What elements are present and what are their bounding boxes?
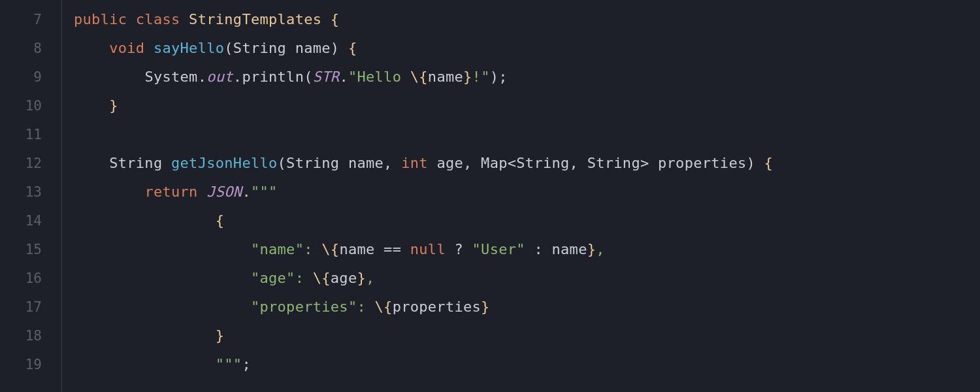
- line-number: 10: [0, 91, 61, 120]
- code-token: .println(: [233, 69, 313, 85]
- code-line[interactable]: String getJsonHello(String name, int age…: [74, 149, 980, 178]
- code-token: }: [109, 97, 118, 114]
- code-token: }: [357, 270, 366, 286]
- code-token: "User": [472, 241, 525, 257]
- code-token: String name,: [286, 155, 401, 171]
- code-token: String name: [233, 40, 331, 56]
- code-line[interactable]: """;: [74, 350, 980, 379]
- code-token: "age":: [251, 270, 313, 286]
- code-token: age: [331, 270, 357, 286]
- code-token: (: [278, 155, 287, 171]
- code-line[interactable]: }: [74, 321, 980, 350]
- code-token: \{: [321, 241, 339, 257]
- code-token: {: [331, 11, 340, 27]
- code-token: \{: [375, 299, 393, 315]
- code-token: {: [348, 40, 357, 56]
- code-token: class: [136, 11, 180, 27]
- code-token: ,: [596, 241, 605, 257]
- code-token: \{: [313, 270, 331, 286]
- code-token: int: [401, 155, 428, 171]
- code-line[interactable]: return JSON.""": [74, 178, 980, 206]
- line-number: 7: [0, 5, 61, 34]
- code-token: : name: [525, 241, 587, 257]
- code-token: public: [74, 11, 127, 27]
- code-token: "name":: [251, 241, 321, 257]
- code-token: }: [216, 327, 225, 344]
- code-line[interactable]: {: [74, 206, 980, 235]
- code-token: }: [463, 69, 472, 85]
- line-gutter: 78910111213141516171819: [0, 0, 62, 392]
- code-line[interactable]: }: [74, 91, 980, 120]
- code-token: ?: [446, 241, 472, 257]
- code-token: [127, 11, 136, 27]
- code-token: ,: [366, 270, 375, 286]
- code-token: }: [587, 241, 596, 257]
- code-line[interactable]: public class StringTemplates {: [74, 5, 980, 34]
- code-line[interactable]: void sayHello(String name) {: [74, 34, 980, 63]
- code-area[interactable]: public class StringTemplates { void sayH…: [62, 0, 980, 392]
- code-token: !": [472, 69, 490, 85]
- code-token: null: [410, 241, 446, 257]
- code-token: ): [746, 155, 755, 171]
- line-number: 12: [0, 149, 61, 178]
- code-token: name: [428, 69, 463, 85]
- code-token: );: [490, 69, 508, 85]
- code-token: "properties":: [251, 299, 375, 315]
- code-token: .: [339, 69, 348, 85]
- code-token: StringTemplates: [189, 11, 321, 27]
- code-token: (: [224, 40, 233, 56]
- code-token: {: [216, 212, 225, 229]
- line-number: 19: [0, 350, 61, 379]
- code-token: \{: [410, 69, 428, 85]
- line-number: 14: [0, 206, 61, 235]
- code-token: [321, 11, 331, 27]
- code-token: name ==: [339, 241, 410, 257]
- code-token: return: [144, 184, 197, 200]
- code-token: [755, 155, 764, 171]
- code-line[interactable]: "name": \{name == null ? "User" : name},: [74, 235, 980, 264]
- code-token: String: [109, 155, 171, 171]
- line-number: 15: [0, 235, 61, 264]
- code-token: [180, 11, 189, 27]
- code-line[interactable]: System.out.println(STR."Hello \{name}!")…: [74, 63, 980, 91]
- code-token: ;: [242, 356, 251, 372]
- code-token: ): [331, 40, 340, 56]
- line-number: 17: [0, 293, 61, 321]
- line-number: 8: [0, 34, 61, 63]
- code-token: getJsonHello: [171, 155, 278, 171]
- code-token: sayHello: [154, 40, 224, 56]
- code-token: void: [109, 40, 144, 56]
- code-line[interactable]: "age": \{age},: [74, 264, 980, 293]
- code-editor[interactable]: 78910111213141516171819 public class Str…: [0, 0, 980, 392]
- code-token: [339, 40, 348, 56]
- code-token: out: [206, 69, 233, 85]
- code-token: STR: [313, 69, 340, 85]
- line-number: 9: [0, 63, 61, 91]
- code-token: JSON: [206, 184, 242, 200]
- code-token: [198, 184, 207, 200]
- code-token: properties: [393, 299, 481, 315]
- code-token: {: [764, 155, 774, 171]
- code-line[interactable]: "properties": \{properties}: [74, 293, 980, 321]
- code-line[interactable]: [74, 120, 980, 149]
- code-token: .: [242, 184, 251, 200]
- code-token: "Hello: [348, 69, 410, 85]
- code-token: """: [251, 184, 278, 200]
- code-token: age, Map<String, String> properties: [428, 155, 747, 171]
- code-token: [144, 40, 154, 56]
- line-number: 18: [0, 321, 61, 350]
- line-number: 11: [0, 120, 61, 149]
- code-token: System.: [144, 69, 206, 85]
- line-number: 16: [0, 264, 61, 293]
- code-token: """: [216, 356, 242, 372]
- code-token: }: [481, 299, 490, 315]
- line-number: 13: [0, 178, 61, 206]
